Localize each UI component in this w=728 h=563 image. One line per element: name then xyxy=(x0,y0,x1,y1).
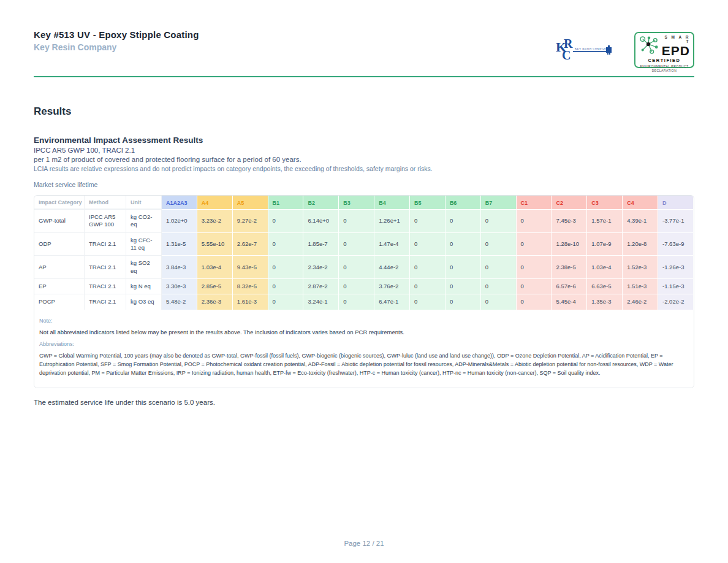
table-cell: 0 xyxy=(517,209,552,232)
table-cell: 6.63e-5 xyxy=(587,278,623,294)
methods-line: IPCC AR5 GWP 100, TRACI 2.1 xyxy=(34,147,694,154)
table-cell: 6.57e-6 xyxy=(552,278,587,294)
table-cell: 6.14e+0 xyxy=(303,209,339,232)
page-number: Page 12 / 21 xyxy=(344,540,384,547)
table-cell: 1.20e-8 xyxy=(623,232,658,256)
table-header-cell: B1 xyxy=(268,196,304,209)
table-header-cell: B7 xyxy=(481,196,517,209)
abbreviations-label: Abbreviations: xyxy=(39,341,689,347)
table-cell: 0 xyxy=(268,209,304,232)
table-cell: kg CO2-eq xyxy=(126,209,162,232)
table-cell: 4.39e-1 xyxy=(623,209,658,232)
table-cell: 0 xyxy=(517,294,552,309)
table-cell: 8.32e-5 xyxy=(233,278,268,294)
table-cell: 0 xyxy=(410,232,446,256)
results-heading: Results xyxy=(34,105,694,118)
table-header-cell: C2 xyxy=(552,196,587,209)
table-cell: 0 xyxy=(339,209,374,232)
table-cell: 2.38e-5 xyxy=(552,255,587,278)
table-cell: TRACI 2.1 xyxy=(85,278,126,294)
table-cell: 2.46e-2 xyxy=(623,294,658,309)
table-cell: TRACI 2.1 xyxy=(85,255,126,278)
table-cell: 1.02e+0 xyxy=(162,209,197,232)
abbreviations-text: GWP = Global Warming Potential, 100 year… xyxy=(39,352,689,378)
table-cell: 2.62e-7 xyxy=(233,232,268,256)
table-cell: 2.87e-2 xyxy=(303,278,339,294)
table-cell: IPCC AR5 GWP 100 xyxy=(85,209,126,232)
table-cell: 0 xyxy=(481,294,517,309)
table-cell: 7.45e-3 xyxy=(552,209,587,232)
epd-certified-label: CERTIFIED xyxy=(648,58,680,63)
krc-company-logo-icon: K R C KEY RESIN COMPANY xyxy=(556,36,615,64)
table-cell: 2.85e-5 xyxy=(197,278,233,294)
table-cell: 0 xyxy=(410,255,446,278)
table-cell: 0 xyxy=(481,232,517,256)
table-cell: 1.61e-3 xyxy=(233,294,268,309)
table-cell: 9.43e-5 xyxy=(233,255,268,278)
impact-category-cell: POCP xyxy=(34,294,85,309)
table-header-cell: C4 xyxy=(623,196,658,209)
impact-results-table-container: Impact CategoryMethodUnitA1A2A3A4A5B1B2B… xyxy=(34,195,694,388)
table-cell: 3.30e-3 xyxy=(162,278,197,294)
table-header-cell: C1 xyxy=(517,196,552,209)
table-cell: 2.34e-2 xyxy=(303,255,339,278)
table-cell: TRACI 2.1 xyxy=(85,294,126,309)
table-cell: -1.26e-3 xyxy=(658,255,694,278)
impact-table: Impact CategoryMethodUnitA1A2A3A4A5B1B2B… xyxy=(34,196,694,310)
impact-category-cell: EP xyxy=(34,278,85,294)
note-text: Not all abbreviated indicators listed be… xyxy=(39,329,689,335)
table-cell: kg CFC-11 eq xyxy=(126,232,162,256)
table-cell: 2.36e-3 xyxy=(197,294,233,309)
page-footer: Page 12 / 21 xyxy=(0,537,728,548)
table-cell: 0 xyxy=(339,255,374,278)
table-row: APTRACI 2.1kg SO2 eq3.84e-31.03e-49.43e-… xyxy=(34,255,694,278)
table-cell: 0 xyxy=(517,255,552,278)
svg-text:C: C xyxy=(562,48,571,62)
table-cell: 0 xyxy=(339,294,374,309)
table-header-cell: A5 xyxy=(233,196,268,209)
table-cell: 1.47e-4 xyxy=(374,232,410,256)
epd-declaration-label: DECLARATION xyxy=(652,69,677,72)
table-cell: 4.44e-2 xyxy=(374,255,410,278)
table-cell: 0 xyxy=(410,294,446,309)
table-header-cell: A1A2A3 xyxy=(162,196,197,209)
table-header-cell: Unit xyxy=(126,196,162,209)
table-header-row: Impact CategoryMethodUnitA1A2A3A4A5B1B2B… xyxy=(34,196,694,209)
table-cell: 0 xyxy=(446,255,481,278)
table-cell: 0 xyxy=(410,209,446,232)
table-cell: 5.45e-4 xyxy=(552,294,587,309)
table-row: ODPTRACI 2.1kg CFC-11 eq1.31e-55.55e-102… xyxy=(34,232,694,256)
table-cell: 3.76e-2 xyxy=(374,278,410,294)
table-cell: 1.03e-4 xyxy=(587,255,623,278)
table-cell: -2.02e-2 xyxy=(658,294,694,309)
table-row: EPTRACI 2.1kg N eq3.30e-32.85e-58.32e-50… xyxy=(34,278,694,294)
epd-env-product-label: ENVIRONMENTAL PRODUCT xyxy=(640,64,688,68)
table-cell: 0 xyxy=(268,232,304,256)
table-cell: 5.55e-10 xyxy=(197,232,233,256)
market-service-lifetime-label: Market service lifetime xyxy=(34,181,694,188)
table-header-cell: B6 xyxy=(446,196,481,209)
table-cell: 3.84e-3 xyxy=(162,255,197,278)
table-cell: kg SO2 eq xyxy=(126,255,162,278)
table-cell: -1.15e-3 xyxy=(658,278,694,294)
table-cell: 5.48e-2 xyxy=(162,294,197,309)
table-cell: 0 xyxy=(446,209,481,232)
document-page: Key #513 UV - Epoxy Stipple Coating Key … xyxy=(0,0,728,563)
table-cell: 1.28e-10 xyxy=(552,232,587,256)
table-cell: 1.07e-9 xyxy=(587,232,623,256)
table-cell: 1.26e+1 xyxy=(374,209,410,232)
table-cell: 3.24e-1 xyxy=(303,294,339,309)
table-cell: 6.47e-1 xyxy=(374,294,410,309)
table-cell: 0 xyxy=(268,255,304,278)
epd-smart-text: S M A R T xyxy=(659,36,690,44)
table-cell: 0 xyxy=(517,232,552,256)
header-logos: K R C KEY RESIN COMPANY xyxy=(556,32,694,68)
table-cell: TRACI 2.1 xyxy=(85,232,126,256)
header-divider xyxy=(34,76,694,77)
table-cell: 0 xyxy=(339,278,374,294)
table-body: GWP-totalIPCC AR5 GWP 100kg CO2-eq1.02e+… xyxy=(34,209,694,310)
impact-category-cell: AP xyxy=(34,255,85,278)
table-header-cell: Method xyxy=(85,196,126,209)
table-cell: 0 xyxy=(446,294,481,309)
table-header-cell: B3 xyxy=(339,196,374,209)
